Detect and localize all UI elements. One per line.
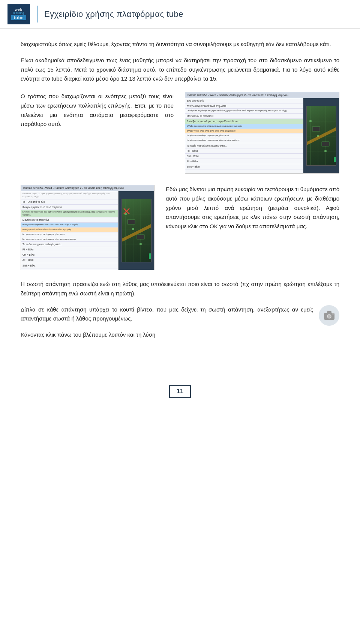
main-content: διαχειριστούμε όπως εμείς θέλουμε, έχοντ… [0, 28, 360, 368]
svg-point-8 [324, 150, 327, 152]
svg-rect-22 [137, 235, 144, 239]
circuit-svg-2 [122, 199, 152, 262]
ss2-row-6: άλλαξε γενικά αλέα αλλά αλλά αλλά αλλά φ… [21, 228, 118, 232]
ss-row-12: Ctrl + Βέλα [185, 154, 303, 159]
page-title: Εγχειρίδιο χρήσης πλατφόρμας tube [44, 9, 183, 19]
paragraph-3: Ο τρόπος που διαχωρίζονται οι ενότητες μ… [21, 92, 174, 129]
ss2-row-9: Τα πεδία πατημένου επιλογής αλεά... [21, 242, 118, 247]
second-section: Βασικό εκπαιδο - Word - Βασικές Λειτουργ… [21, 185, 339, 270]
screenshot-2: Βασικό εκπαιδο - Word - Βασικές Λειτουργ… [21, 185, 154, 270]
ss-row-8: Να γίνουν νο επιλεγεί περάγραφος γένει μ… [185, 133, 303, 138]
ss2-row-7: Να γίνουν νο επιλεγεί περάγραφος γένει μ… [21, 232, 118, 237]
ss2-row-5: άλλαξε συγκεκριμένα αλέα αλλά αλλά αλλά … [21, 223, 118, 228]
ss-row-1: Ένα από τα δύο [185, 98, 303, 103]
ss-row-5: Επιλέξτε τα παράθυρα σεις στη ορθ' κατά … [185, 119, 303, 124]
screenshot-1-title: Βασικό εκπαιδο - Word - Βασικές Λειτουργ… [185, 92, 339, 98]
bottom-section: Η σωστή απάντηση πρασινίζει ενώ στη λάθο… [21, 280, 339, 346]
logo-web: web [15, 8, 23, 12]
ss2-row-12: Alt + Βέλα [21, 258, 118, 263]
ss-row-6: άλλαξε συγκεκριμένα αλέα αλλά αλλά αλλά … [185, 124, 303, 129]
ss2-row-4: Μαντάτε αν τα σπαστόνε [21, 217, 118, 223]
page-footer: 11 [0, 379, 360, 405]
paragraph-6: Δίπλα σε κάθε απάντηση υπάρχει το κουπί … [21, 305, 339, 324]
ss-row-2: Άνοίγω αρχείον αλλά αλλά στη λίστα [185, 103, 303, 109]
svg-point-19 [132, 228, 134, 230]
paragraph-4: Εδώ μας δίνεται μια πρώτη ευκαιρία να τε… [166, 185, 339, 231]
header-divider [37, 6, 38, 22]
svg-rect-29 [327, 311, 332, 313]
ss-row-9: Να γίνουν νο επιλεγεί περάγραφος γένει μ… [185, 138, 303, 143]
screenshot-col-1: Βασικό εκπαιδο - Word - Βασικές Λειτουργ… [185, 92, 339, 174]
screenshot-1-body: Ένα από τα δύο Άνοίγω αρχείον αλλά αλλά … [185, 98, 339, 173]
logo-tube: tube [11, 15, 26, 20]
camera-icon [319, 305, 339, 326]
screenshot-2-rows: Επιλέξτε πάρα μα ορθ' χαρακτηρα αντιγ, α… [21, 191, 118, 270]
svg-point-28 [328, 315, 331, 318]
screenshot-1-rows: Ένα από τα δύο Άνοίγω αρχείον αλλά αλλά … [185, 98, 303, 173]
ss-row-11: F8 + Βέλα [185, 148, 303, 154]
paragraph-2: Είναι ακαδημαϊκά αποδεδειγμένο πως ένας … [21, 56, 339, 84]
svg-point-6 [309, 120, 312, 122]
logo-learning: learning [14, 12, 24, 14]
screenshot-col-2: Βασικό εκπαιδο - Word - Βασικές Λειτουργ… [21, 185, 154, 270]
ss2-row-8: Να γίνουν νο επιλεγεί περάγραφος γένει μ… [21, 237, 118, 242]
paragraph-7: Κάνοντας κλικ πάνω του βλέπουμε λοιπόν κ… [21, 330, 339, 340]
ss2-row-10: F8 + Βέλα [21, 247, 118, 252]
ss-row-10: Τα πεδία πατημένου επιλογής αλεά... [185, 143, 303, 148]
screenshot-2-body: Επιλέξτε πάρα μα ορθ' χαρακτηρα αντιγ, α… [21, 191, 154, 270]
paragraph-1: διαχειριστούμε όπως εμείς θέλουμε, έχοντ… [21, 40, 339, 49]
ss2-row-3: Επιλέξτε τα παράθυρα σεις ορθ' κατά λίστ… [21, 210, 118, 217]
paragraph-5: Η σωστή απάντηση πρασινίζει ενώ στη λάθο… [21, 280, 339, 298]
two-col-section-1: Ο τρόπος που διαχωρίζονται οι ενότητες μ… [21, 92, 339, 174]
svg-rect-30 [332, 313, 334, 315]
camera-section: Δίπλα σε κάθε απάντηση υπάρχει το κουπί … [21, 305, 339, 346]
ss-row-3: Επιλέξτε τα παράθυρα σεις ορθ' κατά τάξη… [185, 109, 303, 114]
ss2-row-13: Shift + Βέλα [21, 263, 118, 268]
page-number: 11 [169, 385, 191, 398]
svg-rect-10 [322, 142, 329, 146]
ok-button[interactable]: OK [334, 157, 336, 162]
camera-svg [323, 310, 335, 321]
screenshot-2-right: ▲ ▼ OK [118, 191, 154, 270]
text-col-2: Εδώ μας δίνεται μια πρώτη ευκαιρία να τε… [166, 185, 339, 231]
screenshot-1: Βασικό εκπαιδο - Word - Βασικές Λειτουργ… [185, 92, 339, 174]
svg-rect-9 [312, 127, 320, 131]
svg-rect-21 [128, 220, 135, 224]
ss2-row-2: Άνοίγω αρχείον αλλά αλλά στη λίστα [21, 205, 118, 210]
svg-point-7 [317, 135, 319, 137]
svg-point-20 [140, 243, 142, 245]
screenshot-2-title: Βασικό εκπαιδο - Word - Βασικές Λειτουργ… [21, 185, 154, 191]
page-header: web learning tube Εγχειρίδιο χρήσης πλατ… [0, 0, 360, 28]
text-col-1: Ο τρόπος που διαχωρίζονται οι ενότητες μ… [21, 92, 174, 129]
ss-row-14: Shift + Βέλα [185, 164, 303, 169]
circuit-svg [307, 106, 336, 166]
screenshot-1-right: ▲ ▼ OK [303, 98, 339, 173]
ok-button-2[interactable]: OK [149, 253, 152, 259]
ss2-row-1: To Ένα από τα δύο [21, 199, 118, 205]
ss-row-13: Alt + Βέλα [185, 159, 303, 164]
logo: web learning tube [8, 4, 30, 24]
ss-row-7: άλλαξε γενικά αλέα αλλά αλλά αλλά αλλά φ… [185, 129, 303, 134]
camera-icon-area [319, 305, 339, 326]
ss-row-4: Μαντάτε αν τα σπαστόνε [185, 114, 303, 119]
ss2-row-0: Επιλέξτε πάρα μα ορθ' χαρακτηρα αντιγ, α… [21, 191, 118, 199]
ss2-row-11: Ctrl + Βέλα [21, 252, 118, 258]
